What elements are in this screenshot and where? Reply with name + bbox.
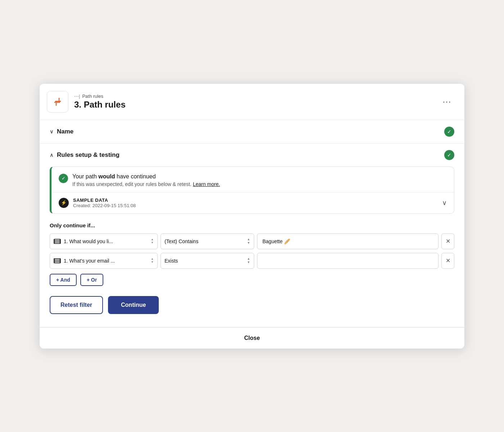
name-section: ∨ Name ✓	[40, 120, 464, 144]
filter-field-2[interactable]: 1. What's your email ... ▲▼	[50, 253, 158, 269]
filter-operator-text-1: (Text) Contains	[165, 238, 198, 244]
info-sub-message: If this was unexpected, edit your rules …	[72, 181, 220, 187]
modal-footer: Close	[40, 327, 464, 349]
info-check-icon: ✓	[59, 174, 68, 183]
info-card-top: ✓ Your path would have continued If this…	[51, 167, 454, 192]
filter-field-arrows-2: ▲▼	[151, 258, 154, 264]
filter-row-1: 1. What would you li... ▲▼ (Text) Contai…	[50, 233, 454, 249]
filter-remove-1[interactable]: ✕	[441, 233, 454, 249]
sample-data-title: SAMPLE DATA	[73, 197, 136, 203]
filter-field-text-1: 1. What would you li...	[64, 238, 148, 244]
close-button[interactable]: Close	[244, 335, 260, 341]
name-section-header[interactable]: ∨ Name ✓	[40, 120, 464, 143]
header-title-block: ⋯| Path rules 3. Path rules	[74, 94, 126, 110]
filter-value-1[interactable]: Baguette 🥖	[257, 233, 438, 249]
continue-button[interactable]: Continue	[108, 296, 159, 314]
operator-arrows-2: ▲▼	[247, 257, 250, 264]
rules-check-icon: ✓	[444, 150, 454, 160]
field-type-icon-1	[54, 239, 61, 244]
subtitle-text: Path rules	[82, 94, 103, 99]
sample-data-sub: Created: 2022-09-15 15:51:08	[73, 203, 136, 208]
more-options-button[interactable]: ···	[440, 96, 454, 108]
header-left: ⋯| Path rules 3. Path rules	[47, 91, 126, 113]
rules-section-left: ∧ Rules setup & testing	[50, 151, 120, 159]
filter-field-1[interactable]: 1. What would you li... ▲▼	[50, 233, 158, 249]
filter-operator-2[interactable]: Exists ▲▼	[161, 253, 254, 269]
name-check-icon: ✓	[444, 127, 454, 137]
header-subtitle: ⋯| Path rules	[74, 94, 126, 99]
field-type-icon-2	[54, 258, 61, 263]
bolt-icon: ⚡	[59, 198, 69, 208]
modal-container: ⋯| Path rules 3. Path rules ··· ∨ Name ✓…	[40, 84, 464, 349]
app-icon	[47, 91, 68, 113]
add-or-button[interactable]: + Or	[80, 274, 103, 286]
rules-section-label: Rules setup & testing	[57, 151, 120, 159]
filter-operator-text-2: Exists	[165, 258, 178, 264]
svg-rect-0	[51, 95, 64, 108]
info-message: Your path would have continued	[72, 173, 220, 180]
name-section-left: ∨ Name	[50, 128, 73, 135]
sample-data-row[interactable]: ⚡ SAMPLE DATA Created: 2022-09-15 15:51:…	[51, 192, 454, 213]
learn-more-link[interactable]: Learn more.	[193, 181, 220, 187]
operator-arrows-1: ▲▼	[247, 238, 250, 245]
filter-row-2: 1. What's your email ... ▲▼ Exists ▲▼ ✕	[50, 253, 454, 269]
rules-section: ∧ Rules setup & testing ✓ ✓ Your path wo…	[40, 144, 464, 327]
sample-data-left: ⚡ SAMPLE DATA Created: 2022-09-15 15:51:…	[59, 197, 136, 208]
sample-data-info: SAMPLE DATA Created: 2022-09-15 15:51:08	[73, 197, 136, 208]
rules-section-header[interactable]: ∧ Rules setup & testing ✓	[40, 144, 464, 167]
path-rules-icon	[51, 95, 64, 108]
name-chevron-icon: ∨	[50, 129, 53, 135]
header-title: 3. Path rules	[74, 100, 126, 110]
rules-chevron-icon: ∧	[50, 152, 53, 158]
subtitle-icon: ⋯|	[74, 94, 80, 99]
info-text-block: Your path would have continued If this w…	[72, 173, 220, 187]
rules-section-body: ✓ Your path would have continued If this…	[40, 167, 464, 327]
filter-field-arrows-1: ▲▼	[151, 238, 154, 244]
add-and-button[interactable]: + And	[50, 274, 77, 286]
filter-value-2[interactable]	[257, 253, 438, 269]
name-section-label: Name	[57, 128, 73, 135]
filter-field-text-2: 1. What's your email ...	[64, 258, 148, 264]
sample-data-chevron-icon: ∨	[442, 199, 447, 207]
filter-remove-2[interactable]: ✕	[441, 253, 454, 269]
action-buttons: Retest filter Continue	[50, 296, 454, 314]
add-buttons: + And + Or	[50, 274, 454, 286]
info-card: ✓ Your path would have continued If this…	[50, 167, 454, 214]
filter-operator-1[interactable]: (Text) Contains ▲▼	[161, 233, 254, 249]
retest-filter-button[interactable]: Retest filter	[50, 296, 103, 314]
only-continue-label: Only continue if...	[50, 222, 454, 228]
modal-header: ⋯| Path rules 3. Path rules ···	[40, 84, 464, 120]
